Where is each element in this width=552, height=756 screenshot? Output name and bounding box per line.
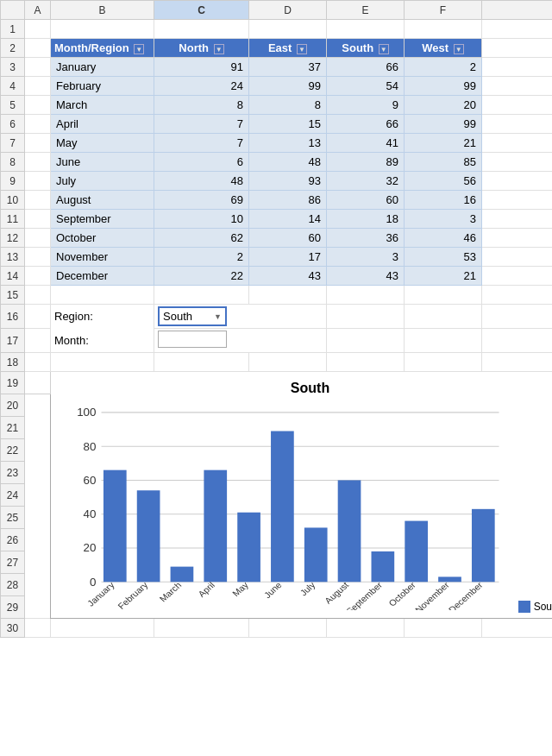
table-row: 11 September 1014183 (1, 210, 553, 229)
col-extra-header[interactable] (482, 1, 553, 20)
east-dropdown[interactable]: ▼ (297, 44, 307, 54)
svg-text:December: December (447, 580, 485, 610)
chart-container: South (51, 372, 552, 618)
table-row: 3 January 9137662 (1, 58, 553, 77)
east-header: East (268, 41, 292, 54)
corner-header (1, 1, 25, 20)
svg-text:80: 80 (84, 441, 97, 452)
svg-rect-28 (372, 551, 395, 582)
svg-text:November: November (413, 580, 451, 610)
chart-area: 100 80 60 40 20 0 JanuaryFebruaryMarchAp… (60, 403, 552, 613)
south-dropdown[interactable]: ▼ (379, 44, 389, 54)
svg-rect-22 (271, 432, 294, 583)
svg-rect-18 (204, 470, 227, 583)
chart-svg: 100 80 60 40 20 0 JanuaryFebruaryMarchAp… (60, 403, 510, 610)
table-row: 7 May 7134121 (1, 134, 553, 153)
row-16-region: 16 Region: South ▼ (1, 305, 553, 329)
svg-rect-24 (304, 527, 328, 582)
svg-text:July: July (298, 580, 318, 597)
chart-inner: 100 80 60 40 20 0 JanuaryFebruaryMarchAp… (60, 403, 510, 613)
svg-text:20: 20 (84, 543, 97, 554)
svg-text:June: June (262, 580, 284, 600)
chart-row-start: 19 South (1, 372, 553, 394)
svg-text:40: 40 (84, 509, 97, 520)
svg-rect-32 (438, 576, 461, 582)
chart-title: South (60, 381, 552, 396)
dropdown-arrow-icon: ▼ (214, 312, 222, 321)
table-row: 4 February 24995499 (1, 77, 553, 96)
legend-color-south (518, 601, 530, 613)
col-c-header[interactable]: C (154, 1, 249, 20)
west-header: West (422, 41, 448, 54)
row-18: 18 (1, 353, 553, 372)
row-17-month: 17 Month: (1, 329, 553, 353)
svg-text:April: April (197, 581, 217, 599)
svg-text:60: 60 (84, 475, 97, 486)
legend-item-south: South (518, 601, 552, 613)
svg-rect-20 (237, 513, 260, 583)
svg-text:100: 100 (77, 407, 96, 419)
svg-text:August: August (323, 581, 350, 606)
svg-rect-34 (472, 509, 495, 582)
row-15: 15 (1, 286, 553, 305)
region-dropdown[interactable]: South ▼ (158, 306, 227, 326)
svg-rect-16 (171, 567, 194, 583)
svg-text:October: October (387, 580, 418, 608)
data-header-row: 2 Month/Region ▼ North ▼ East ▼ South ▼ … (1, 39, 553, 58)
month-region-dropdown[interactable]: ▼ (134, 44, 144, 54)
col-d-header[interactable]: D (249, 1, 327, 20)
svg-rect-14 (137, 490, 160, 582)
table-row: 13 November 217353 (1, 248, 553, 267)
north-header: North (179, 41, 209, 54)
col-b-header[interactable]: B (51, 1, 154, 20)
west-dropdown[interactable]: ▼ (454, 44, 464, 54)
svg-text:September: September (344, 580, 384, 610)
svg-text:March: March (158, 580, 184, 603)
table-row: 12 October 62603646 (1, 229, 553, 248)
table-row: 5 March 88920 (1, 96, 553, 115)
month-region-header: Month/Region (54, 41, 129, 54)
col-f-header[interactable]: F (405, 1, 482, 20)
month-input[interactable] (158, 331, 227, 348)
region-value: South (163, 310, 192, 323)
chart-legend: South (518, 601, 552, 613)
row-30: 30 (1, 619, 553, 638)
row-1: 1 (1, 20, 553, 39)
col-a-header[interactable]: A (25, 1, 51, 20)
north-dropdown[interactable]: ▼ (214, 44, 224, 54)
col-e-header[interactable]: E (327, 1, 405, 20)
table-row: 9 July 48933256 (1, 172, 553, 191)
table-row: 8 June 6488985 (1, 153, 553, 172)
svg-text:0: 0 (90, 576, 96, 588)
svg-rect-26 (338, 480, 361, 582)
svg-text:February: February (116, 580, 151, 610)
svg-text:May: May (230, 580, 250, 598)
south-header: South (342, 41, 373, 54)
month-label: Month: (54, 334, 89, 347)
table-row: 14 December 22434321 (1, 267, 553, 286)
svg-rect-30 (405, 521, 428, 583)
table-row: 10 August 69866016 (1, 191, 553, 210)
table-row: 6 April 7156699 (1, 115, 553, 134)
region-label: Region: (54, 310, 93, 323)
spreadsheet: A B C D E F 1 2 Month/Region ▼ North ▼ (0, 0, 552, 638)
svg-rect-12 (104, 470, 127, 583)
legend-label-south: South (534, 601, 552, 613)
